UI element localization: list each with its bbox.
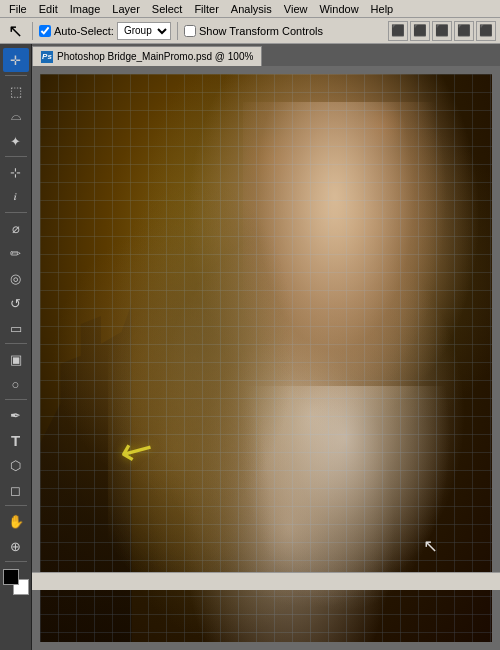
distribute-icon[interactable]: ⬛ (454, 21, 474, 41)
menu-filter[interactable]: Filter (189, 2, 223, 16)
tool-eyedropper[interactable]: 𝒊 (3, 185, 29, 209)
canvas-doc[interactable]: ↙ ↖ (32, 66, 500, 650)
tool-brush[interactable]: ✏ (3, 241, 29, 265)
tool-healing[interactable]: ⌀ (3, 216, 29, 240)
foreground-color[interactable] (3, 569, 19, 585)
menu-window[interactable]: Window (314, 2, 363, 16)
tool-divider-3 (5, 212, 27, 213)
menu-layer[interactable]: Layer (107, 2, 145, 16)
workspace: ✛ ⬚ ⌓ ✦ ⊹ 𝒊 ⌀ ✏ ◎ ↺ ▭ ▣ ○ ✒ T ⬡ ◻ ✋ ⊕ (0, 44, 500, 650)
align-center-icon[interactable]: ⬛ (410, 21, 430, 41)
toolbox: ✛ ⬚ ⌓ ✦ ⊹ 𝒊 ⌀ ✏ ◎ ↺ ▭ ▣ ○ ✒ T ⬡ ◻ ✋ ⊕ (0, 44, 32, 650)
tool-divider-1 (5, 75, 27, 76)
divider-2 (177, 22, 178, 40)
show-transform-checkbox[interactable] (184, 25, 196, 37)
tool-wand[interactable]: ✦ (3, 129, 29, 153)
divider-1 (32, 22, 33, 40)
artwork: ↙ ↖ (40, 74, 492, 642)
tool-move[interactable]: ✛ (3, 48, 29, 72)
auto-select-label: Auto-Select: (54, 25, 114, 37)
tab-bar: Ps Photoshop Bridge_MainPromo.psd @ 100% (32, 44, 500, 66)
tool-divider-7 (5, 561, 27, 562)
canvas-area: Ps Photoshop Bridge_MainPromo.psd @ 100% (32, 44, 500, 650)
tool-zoom[interactable]: ⊕ (3, 534, 29, 558)
tool-text[interactable]: T (3, 428, 29, 452)
tool-dodge[interactable]: ○ (3, 372, 29, 396)
tool-eraser[interactable]: ▭ (3, 316, 29, 340)
menu-bar: File Edit Image Layer Select Filter Anal… (0, 0, 500, 18)
auto-select-dropdown[interactable]: Group Layer (117, 22, 171, 40)
move-tool-icon[interactable]: ↖ (4, 20, 26, 42)
tool-marquee[interactable]: ⬚ (3, 79, 29, 103)
status-bar (32, 572, 500, 590)
menu-edit[interactable]: Edit (34, 2, 63, 16)
canvas-tab[interactable]: Ps Photoshop Bridge_MainPromo.psd @ 100% (32, 46, 262, 66)
tool-divider-4 (5, 343, 27, 344)
tool-history[interactable]: ↺ (3, 291, 29, 315)
align-right-icon[interactable]: ⬛ (432, 21, 452, 41)
tool-crop[interactable]: ⊹ (3, 160, 29, 184)
canvas-inner: ↙ ↖ (40, 74, 492, 642)
tool-divider-2 (5, 156, 27, 157)
tab-filename: Photoshop Bridge_MainPromo.psd @ 100% (57, 51, 253, 62)
color-swatches[interactable] (3, 569, 29, 595)
tool-shape[interactable]: ◻ (3, 478, 29, 502)
arrange-icon[interactable]: ⬛ (476, 21, 496, 41)
art-cursor: ↖ (423, 535, 438, 557)
tool-divider-6 (5, 505, 27, 506)
tool-hand[interactable]: ✋ (3, 509, 29, 533)
menu-view[interactable]: View (279, 2, 313, 16)
tool-divider-5 (5, 399, 27, 400)
tool-lasso[interactable]: ⌓ (3, 104, 29, 128)
options-bar: ↖ Auto-Select: Group Layer Show Transfor… (0, 18, 500, 44)
tool-gradient[interactable]: ▣ (3, 347, 29, 371)
tool-clone[interactable]: ◎ (3, 266, 29, 290)
tool-path[interactable]: ⬡ (3, 453, 29, 477)
auto-select-checkbox[interactable] (39, 25, 51, 37)
tool-pen[interactable]: ✒ (3, 403, 29, 427)
menu-analysis[interactable]: Analysis (226, 2, 277, 16)
auto-select-group: Auto-Select: Group Layer (39, 22, 171, 40)
align-left-icon[interactable]: ⬛ (388, 21, 408, 41)
ps-logo: Ps (41, 51, 53, 63)
menu-file[interactable]: File (4, 2, 32, 16)
menu-help[interactable]: Help (366, 2, 399, 16)
show-transform-label: Show Transform Controls (199, 25, 323, 37)
menu-select[interactable]: Select (147, 2, 188, 16)
right-icons: ⬛ ⬛ ⬛ ⬛ ⬛ (388, 21, 496, 41)
menu-image[interactable]: Image (65, 2, 106, 16)
transform-group: Show Transform Controls (184, 25, 323, 37)
